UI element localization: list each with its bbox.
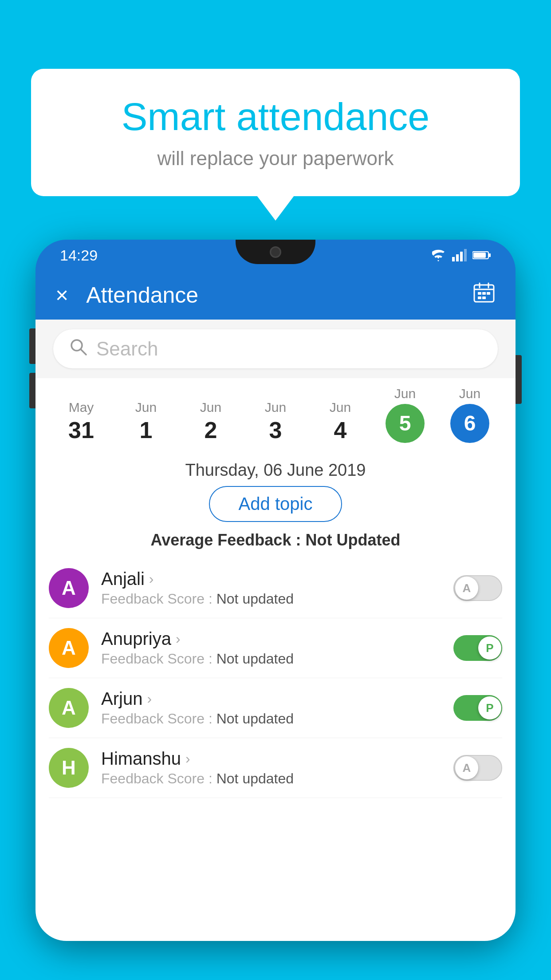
speech-bubble-container: Smart attendance will replace your paper… bbox=[31, 69, 520, 196]
svg-rect-2 bbox=[460, 252, 463, 261]
attendance-toggle-himanshu[interactable]: A bbox=[453, 755, 502, 781]
chevron-icon: › bbox=[149, 571, 154, 587]
header-left: × Attendance bbox=[55, 282, 198, 308]
avatar-anupriya: A bbox=[49, 628, 89, 668]
selected-date-label: Thursday, 06 June 2019 bbox=[35, 447, 516, 486]
day-number: 31 bbox=[49, 418, 114, 443]
student-info-anupriya: Anupriya › Feedback Score : Not updated bbox=[101, 629, 441, 667]
avatar-arjun: A bbox=[49, 688, 89, 728]
feedback-score-anjali: Feedback Score : Not updated bbox=[101, 591, 441, 607]
power-button bbox=[516, 355, 522, 404]
svg-rect-1 bbox=[456, 254, 459, 261]
svg-rect-6 bbox=[473, 253, 486, 258]
toggle-arjun[interactable]: P bbox=[453, 695, 502, 721]
search-icon bbox=[69, 337, 87, 360]
chevron-icon: › bbox=[176, 631, 181, 647]
date-strip: May 31 Jun 1 Jun 2 Jun 3 bbox=[35, 378, 516, 447]
day-number: 5 bbox=[399, 412, 411, 435]
status-bar: 14:29 bbox=[35, 240, 516, 271]
student-name-himanshu: Himanshu › bbox=[101, 749, 441, 769]
student-name-anjali: Anjali › bbox=[101, 569, 441, 589]
chevron-icon: › bbox=[185, 751, 190, 767]
search-bar[interactable]: Search bbox=[53, 329, 498, 368]
month-label: Jun bbox=[308, 400, 373, 415]
feedback-score-arjun: Feedback Score : Not updated bbox=[101, 711, 441, 727]
month-label: Jun bbox=[437, 386, 502, 401]
wifi-icon bbox=[430, 249, 447, 261]
date-jun4[interactable]: Jun 4 bbox=[308, 400, 373, 447]
month-label: Jun bbox=[243, 400, 308, 415]
attendance-toggle-arjun[interactable]: P bbox=[453, 695, 502, 721]
date-jun1[interactable]: Jun 1 bbox=[114, 400, 178, 447]
avg-feedback-label: Average Feedback : bbox=[151, 531, 301, 549]
toggle-knob: P bbox=[478, 696, 501, 719]
status-time: 14:29 bbox=[60, 247, 98, 264]
avg-feedback-value: Not Updated bbox=[305, 531, 400, 549]
toggle-himanshu[interactable]: A bbox=[453, 755, 502, 781]
svg-rect-13 bbox=[487, 292, 490, 295]
student-item-anjali[interactable]: A Anjali › Feedback Score : Not updated … bbox=[49, 558, 502, 618]
hero-subtitle: will replace your paperwork bbox=[67, 147, 484, 170]
student-item-arjun[interactable]: A Arjun › Feedback Score : Not updated P bbox=[49, 678, 502, 738]
app-header: × Attendance bbox=[35, 271, 516, 320]
today-circle-green: 5 bbox=[386, 404, 425, 443]
student-item-himanshu[interactable]: H Himanshu › Feedback Score : Not update… bbox=[49, 738, 502, 798]
calendar-icon[interactable] bbox=[472, 281, 496, 309]
month-label: May bbox=[49, 400, 114, 415]
toggle-anjali[interactable]: A bbox=[453, 575, 502, 601]
app-content: × Attendance bbox=[35, 271, 516, 941]
app-title: Attendance bbox=[86, 282, 198, 308]
phone-frame: 14:29 bbox=[35, 240, 516, 980]
toggle-knob: P bbox=[478, 636, 501, 660]
search-placeholder: Search bbox=[96, 338, 158, 360]
close-button[interactable]: × bbox=[55, 282, 68, 308]
average-feedback: Average Feedback : Not Updated bbox=[35, 531, 516, 558]
status-icons bbox=[430, 249, 491, 261]
attendance-toggle-anupriya[interactable]: P bbox=[453, 635, 502, 661]
vol-up-button bbox=[29, 328, 35, 364]
month-label: Jun bbox=[114, 400, 178, 415]
month-label: Jun bbox=[373, 386, 437, 401]
date-jun2[interactable]: Jun 2 bbox=[178, 400, 243, 447]
attendance-toggle-anjali[interactable]: A bbox=[453, 575, 502, 601]
student-list: A Anjali › Feedback Score : Not updated … bbox=[35, 558, 516, 798]
day-number: 3 bbox=[243, 418, 308, 443]
date-jun5[interactable]: Jun 5 bbox=[373, 386, 437, 447]
phone-outer: 14:29 bbox=[35, 240, 516, 941]
day-number: 4 bbox=[308, 418, 373, 443]
avatar-anjali: A bbox=[49, 568, 89, 608]
notch bbox=[236, 240, 315, 264]
student-name-arjun: Arjun › bbox=[101, 689, 441, 709]
student-info-anjali: Anjali › Feedback Score : Not updated bbox=[101, 569, 441, 607]
date-may31[interactable]: May 31 bbox=[49, 400, 114, 447]
speech-bubble: Smart attendance will replace your paper… bbox=[31, 69, 520, 196]
feedback-score-himanshu: Feedback Score : Not updated bbox=[101, 771, 441, 787]
student-info-himanshu: Himanshu › Feedback Score : Not updated bbox=[101, 749, 441, 787]
svg-rect-0 bbox=[452, 257, 455, 261]
vol-down-button bbox=[29, 373, 35, 408]
svg-rect-14 bbox=[478, 296, 481, 299]
student-item-anupriya[interactable]: A Anupriya › Feedback Score : Not update… bbox=[49, 618, 502, 678]
search-bar-container: Search bbox=[35, 320, 516, 378]
chevron-icon: › bbox=[147, 691, 152, 707]
battery-icon bbox=[472, 250, 491, 260]
signal-icon bbox=[452, 249, 467, 261]
date-jun6[interactable]: Jun 6 bbox=[437, 386, 502, 447]
month-label: Jun bbox=[178, 400, 243, 415]
student-name-anupriya: Anupriya › bbox=[101, 629, 441, 649]
add-topic-button[interactable]: Add topic bbox=[209, 486, 342, 522]
day-number: 2 bbox=[178, 418, 243, 443]
hero-title: Smart attendance bbox=[67, 95, 484, 138]
toggle-knob: A bbox=[455, 577, 478, 600]
svg-rect-12 bbox=[482, 292, 486, 295]
day-number: 6 bbox=[464, 412, 476, 435]
toggle-knob: A bbox=[455, 756, 478, 779]
student-info-arjun: Arjun › Feedback Score : Not updated bbox=[101, 689, 441, 727]
date-jun3[interactable]: Jun 3 bbox=[243, 400, 308, 447]
camera bbox=[270, 246, 281, 258]
svg-rect-3 bbox=[464, 249, 467, 261]
toggle-anupriya[interactable]: P bbox=[453, 635, 502, 661]
svg-rect-11 bbox=[478, 292, 481, 295]
day-number: 1 bbox=[114, 418, 178, 443]
today-circle-blue: 6 bbox=[450, 404, 489, 443]
